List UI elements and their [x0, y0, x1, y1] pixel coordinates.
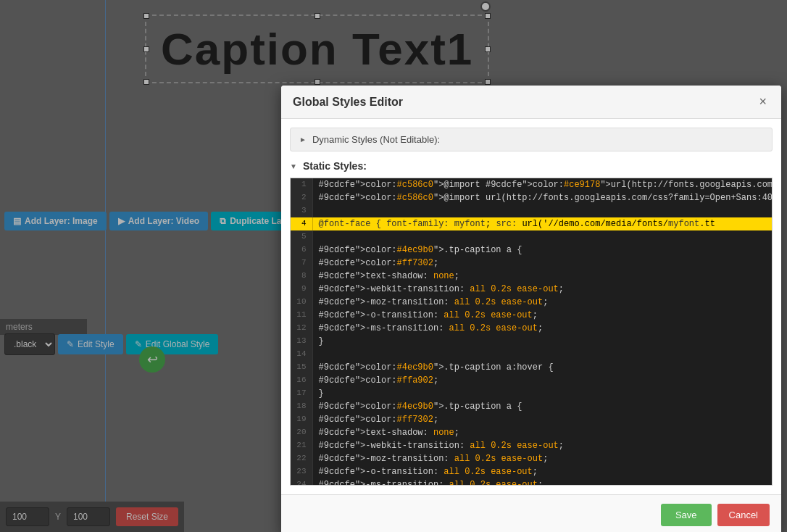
cancel-button[interactable]: Cancel — [717, 504, 770, 526]
code-editor[interactable]: 1#9cdcfe">color:#c586c0">@import #9cdcfe… — [290, 178, 773, 486]
save-button[interactable]: Save — [661, 504, 712, 526]
code-line-6: 6#9cdcfe">color:#4ec9b0">.tp-caption a { — [291, 244, 773, 257]
line-number-9: 9 — [291, 283, 312, 296]
modal-close-button[interactable]: × — [756, 94, 770, 109]
code-line-23: 23#9cdcfe">-o-transition: all 0.2s ease-… — [291, 465, 773, 478]
line-code-2: #9cdcfe">color:#c586c0">@import url(http… — [312, 191, 773, 204]
code-line-21: 21#9cdcfe">-webkit-transition: all 0.2s … — [291, 439, 773, 452]
code-line-3: 3 — [291, 204, 773, 217]
line-number-1: 1 — [291, 178, 312, 191]
modal-footer: Save Cancel — [281, 494, 781, 532]
code-line-13: 13} — [291, 335, 773, 348]
code-line-2: 2#9cdcfe">color:#c586c0">@import url(htt… — [291, 191, 773, 204]
line-code-1: #9cdcfe">color:#c586c0">@import #9cdcfe"… — [312, 178, 773, 191]
code-line-4: 4@font-face { font-family: myfont; src: … — [291, 217, 773, 230]
line-number-2: 2 — [291, 191, 312, 204]
line-code-15: #9cdcfe">color:#4ec9b0">.tp-caption a:ho… — [312, 361, 773, 374]
line-code-22: #9cdcfe">-moz-transition: all 0.2s ease-… — [312, 452, 773, 465]
line-number-23: 23 — [291, 465, 312, 478]
line-number-6: 6 — [291, 244, 312, 257]
line-number-13: 13 — [291, 335, 312, 348]
line-number-11: 11 — [291, 309, 312, 322]
line-code-17: } — [312, 387, 773, 400]
line-number-16: 16 — [291, 374, 312, 387]
line-code-9: #9cdcfe">-webkit-transition: all 0.2s ea… — [312, 283, 773, 296]
code-line-17: 17} — [291, 387, 773, 400]
code-line-15: 15#9cdcfe">color:#4ec9b0">.tp-caption a:… — [291, 361, 773, 374]
line-code-10: #9cdcfe">-moz-transition: all 0.2s ease-… — [312, 296, 773, 309]
line-code-3 — [312, 204, 773, 217]
static-styles-header: ▼ Static Styles: — [290, 157, 773, 178]
line-number-7: 7 — [291, 257, 312, 270]
line-code-24: #9cdcfe">-ms-transition: all 0.2s ease-o… — [312, 478, 773, 486]
line-code-19: #9cdcfe">color:#ff7302; — [312, 413, 773, 426]
line-code-7: #9cdcfe">color:#ff7302; — [312, 257, 773, 270]
static-styles-label: Static Styles: — [303, 160, 367, 172]
line-code-12: #9cdcfe">-ms-transition: all 0.2s ease-o… — [312, 322, 773, 335]
code-line-24: 24#9cdcfe">-ms-transition: all 0.2s ease… — [291, 478, 773, 486]
modal-overlay[interactable]: Global Styles Editor × ► Dynamic Styles … — [0, 0, 787, 532]
line-number-8: 8 — [291, 270, 312, 283]
line-number-15: 15 — [291, 361, 312, 374]
line-number-10: 10 — [291, 296, 312, 309]
code-line-10: 10#9cdcfe">-moz-transition: all 0.2s eas… — [291, 296, 773, 309]
line-number-12: 12 — [291, 322, 312, 335]
line-code-4: @font-face { font-family: myfont; src: u… — [312, 217, 773, 230]
line-number-22: 22 — [291, 452, 312, 465]
code-line-5: 5 — [291, 230, 773, 244]
line-code-5 — [312, 230, 773, 244]
code-line-16: 16#9cdcfe">color:#ffa902; — [291, 374, 773, 387]
line-code-13: } — [312, 335, 773, 348]
dynamic-styles-label: Dynamic Styles (Not Editable): — [312, 134, 440, 145]
line-number-24: 24 — [291, 478, 312, 486]
code-line-9: 9#9cdcfe">-webkit-transition: all 0.2s e… — [291, 283, 773, 296]
line-code-8: #9cdcfe">text-shadow: none; — [312, 270, 773, 283]
line-code-20: #9cdcfe">text-shadow: none; — [312, 426, 773, 439]
line-code-18: #9cdcfe">color:#4ec9b0">.tp-caption a { — [312, 400, 773, 413]
line-number-17: 17 — [291, 387, 312, 400]
line-number-5: 5 — [291, 230, 312, 244]
line-number-4: 4 — [291, 217, 312, 230]
line-number-21: 21 — [291, 439, 312, 452]
global-styles-editor-modal: Global Styles Editor × ► Dynamic Styles … — [281, 86, 781, 532]
dynamic-styles-section[interactable]: ► Dynamic Styles (Not Editable): — [290, 128, 773, 151]
code-line-14: 14 — [291, 348, 773, 361]
code-line-11: 11#9cdcfe">-o-transition: all 0.2s ease-… — [291, 309, 773, 322]
line-number-19: 19 — [291, 413, 312, 426]
modal-title: Global Styles Editor — [293, 96, 403, 109]
line-code-23: #9cdcfe">-o-transition: all 0.2s ease-ou… — [312, 465, 773, 478]
line-code-14 — [312, 348, 773, 361]
code-line-19: 19#9cdcfe">color:#ff7302; — [291, 413, 773, 426]
code-line-22: 22#9cdcfe">-moz-transition: all 0.2s eas… — [291, 452, 773, 465]
section-arrow-right: ► — [299, 136, 307, 144]
line-code-11: #9cdcfe">-o-transition: all 0.2s ease-ou… — [312, 309, 773, 322]
section-arrow-down: ▼ — [290, 162, 297, 170]
line-number-3: 3 — [291, 204, 312, 217]
code-line-12: 12#9cdcfe">-ms-transition: all 0.2s ease… — [291, 322, 773, 335]
code-line-7: 7#9cdcfe">color:#ff7302; — [291, 257, 773, 270]
line-code-16: #9cdcfe">color:#ffa902; — [312, 374, 773, 387]
code-line-20: 20#9cdcfe">text-shadow: none; — [291, 426, 773, 439]
modal-header: Global Styles Editor × — [281, 86, 781, 119]
line-number-14: 14 — [291, 348, 312, 361]
line-number-20: 20 — [291, 426, 312, 439]
code-line-18: 18#9cdcfe">color:#4ec9b0">.tp-caption a … — [291, 400, 773, 413]
modal-body: ► Dynamic Styles (Not Editable): ▼ Stati… — [281, 119, 781, 494]
code-line-1: 1#9cdcfe">color:#c586c0">@import #9cdcfe… — [291, 178, 773, 191]
line-number-18: 18 — [291, 400, 312, 413]
line-code-6: #9cdcfe">color:#4ec9b0">.tp-caption a { — [312, 244, 773, 257]
code-line-8: 8#9cdcfe">text-shadow: none; — [291, 270, 773, 283]
line-code-21: #9cdcfe">-webkit-transition: all 0.2s ea… — [312, 439, 773, 452]
